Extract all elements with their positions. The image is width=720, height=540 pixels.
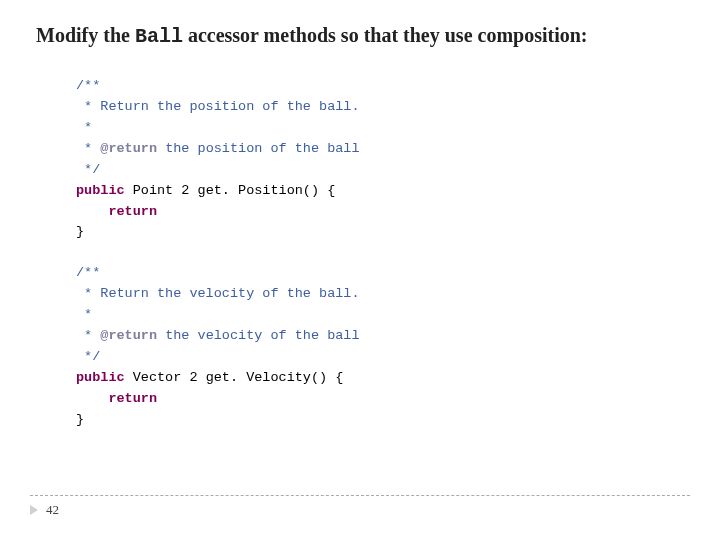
kw-public: public: [76, 370, 125, 385]
code-gap: [30, 243, 690, 263]
footer-divider: [30, 495, 690, 496]
comment-return: * @return the velocity of the ball: [76, 328, 360, 343]
comment-line: * Return the position of the ball.: [76, 99, 360, 114]
slide-heading: Modify the Ball accessor methods so that…: [36, 22, 690, 50]
heading-suffix: accessor methods so that they use compos…: [183, 24, 588, 46]
heading-mono: Ball: [135, 25, 183, 48]
comment-close: */: [76, 162, 100, 177]
close-brace: }: [76, 224, 84, 239]
slide-content: Modify the Ball accessor methods so that…: [0, 0, 720, 431]
comment-line: *: [76, 120, 92, 135]
comment-line: * Return the velocity of the ball.: [76, 286, 360, 301]
page-number-wrap: 42: [30, 502, 690, 518]
heading-prefix: Modify the: [36, 24, 135, 46]
slide-footer: 42: [30, 495, 690, 518]
comment-return: * @return the position of the ball: [76, 141, 360, 156]
close-brace: }: [76, 412, 84, 427]
kw-public: public: [76, 183, 125, 198]
comment-open: /**: [76, 265, 100, 280]
kw-return: return: [108, 204, 157, 219]
code-block-2: /** * Return the velocity of the ball. *…: [76, 263, 690, 430]
comment-close: */: [76, 349, 100, 364]
comment-open: /**: [76, 78, 100, 93]
comment-line: *: [76, 307, 92, 322]
kw-return: return: [108, 391, 157, 406]
code-block-1: /** * Return the position of the ball. *…: [76, 76, 690, 243]
page-number: 42: [46, 502, 59, 518]
triangle-icon: [30, 505, 38, 515]
